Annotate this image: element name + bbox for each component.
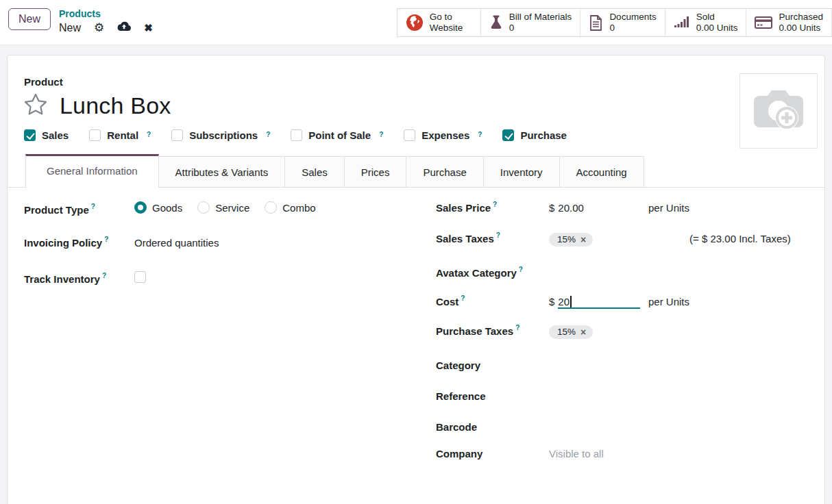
field-label: Sales Taxes? (436, 232, 549, 244)
product-type-row: Product Type? Goods Service Combo (24, 201, 436, 218)
field-label: Reference (436, 390, 549, 402)
discard-icon[interactable]: ✖ (144, 23, 153, 33)
help-icon[interactable]: ? (91, 203, 95, 210)
credit-card-icon (755, 16, 772, 29)
currency-symbol: $ (549, 296, 554, 307)
remove-tag-icon[interactable]: × (580, 327, 586, 337)
track-inventory-checkbox[interactable] (134, 271, 146, 283)
stat-label: Go to Website (430, 12, 472, 34)
toggle-subscriptions[interactable]: Subscriptions? (171, 129, 270, 141)
category-input[interactable] (549, 355, 686, 369)
breadcrumb-current: New (59, 21, 81, 35)
text-cursor (570, 296, 572, 307)
tab-prices[interactable]: Prices (345, 156, 407, 188)
expenses-checkbox[interactable] (404, 129, 415, 141)
help-icon[interactable]: ? (379, 131, 383, 138)
help-icon[interactable]: ? (461, 294, 465, 302)
company-input[interactable]: Visible to all (549, 448, 604, 459)
help-icon[interactable]: ? (519, 266, 523, 273)
reference-input[interactable] (549, 386, 686, 400)
stat-label: Sold (696, 12, 738, 23)
help-icon[interactable]: ? (515, 324, 519, 331)
bill-of-materials-button[interactable]: Bill of Materials 0 (481, 9, 581, 36)
help-icon[interactable]: ? (104, 236, 108, 243)
toggle-purchase[interactable]: Purchase (502, 129, 567, 141)
toggle-label: Expenses (421, 129, 469, 141)
sales-price-value[interactable]: 20.00 (558, 202, 584, 214)
toggle-label: Point of Sale (308, 129, 371, 141)
stat-label: Bill of Materials (509, 12, 572, 23)
rental-checkbox[interactable] (89, 129, 101, 141)
radio-service[interactable]: Service (197, 201, 249, 214)
field-label: Cost? (436, 295, 549, 307)
purchase-checkbox[interactable] (502, 129, 514, 141)
notebook-tabs: General Information Attributes & Variant… (25, 156, 824, 188)
stat-button-group: Go to Website Bill of Materials 0 Docume… (397, 8, 832, 37)
stat-label: Documents (609, 12, 656, 23)
field-label: Invoicing Policy? (24, 236, 134, 249)
product-section-label: Product (24, 76, 824, 88)
cost-input[interactable]: 20 (558, 294, 640, 309)
breadcrumb-products-link[interactable]: Products (59, 8, 153, 21)
radio-button[interactable] (134, 201, 147, 214)
flask-icon (489, 14, 503, 31)
product-image-upload[interactable] (739, 73, 818, 149)
radio-button[interactable] (197, 201, 210, 214)
favorite-star-icon[interactable] (23, 92, 49, 120)
point-of-sale-checkbox[interactable] (291, 129, 302, 141)
tag-label: 15% (557, 234, 576, 244)
toggle-sales[interactable]: Sales (24, 129, 69, 141)
avatax-category-input[interactable] (549, 263, 686, 277)
help-icon[interactable]: ? (478, 131, 482, 138)
currency-symbol: $ (549, 202, 554, 214)
help-icon[interactable]: ? (147, 131, 151, 138)
radio-combo[interactable]: Combo (265, 201, 315, 214)
radio-goods[interactable]: Goods (134, 201, 182, 214)
cost-row: Cost? $ 20 per Units (436, 294, 808, 310)
help-icon[interactable]: ? (102, 272, 106, 279)
sales-price-input[interactable]: $ 20.00 (549, 202, 648, 214)
tab-purchase[interactable]: Purchase (406, 156, 483, 188)
sales-price-unit: per Units (648, 202, 689, 214)
field-label: Product Type? (24, 203, 134, 216)
tab-sales[interactable]: Sales (285, 156, 345, 188)
product-title-input[interactable]: Lunch Box (60, 92, 171, 119)
sales-checkbox[interactable] (24, 129, 36, 141)
sold-button[interactable]: Sold 0.00 Units (665, 9, 747, 36)
gear-icon[interactable]: ⚙ (94, 22, 104, 34)
help-icon[interactable]: ? (496, 231, 500, 239)
barcode-input[interactable] (549, 417, 686, 431)
tab-general-information[interactable]: General Information (25, 154, 159, 188)
tab-inventory[interactable]: Inventory (484, 156, 560, 188)
subscriptions-checkbox[interactable] (171, 129, 183, 141)
documents-button[interactable]: Documents 0 (580, 9, 665, 36)
cost-value[interactable]: 20 (558, 296, 570, 307)
globe-icon (406, 14, 424, 32)
form-right-column: Sales Price? $ 20.00 per Units Sales Tax… (436, 201, 808, 479)
module-toggle-row: Sales Rental? Subscriptions? Point of Sa… (24, 129, 824, 141)
sales-price-row: Sales Price? $ 20.00 per Units (436, 201, 808, 218)
toggle-rental[interactable]: Rental? (89, 129, 151, 141)
purchased-button[interactable]: Purchased 0.00 Units (746, 9, 832, 36)
go-to-website-button[interactable]: Go to Website (397, 9, 481, 36)
field-label: Sales Price? (436, 201, 549, 214)
category-row: Category (436, 355, 808, 372)
help-icon[interactable]: ? (493, 201, 497, 208)
stat-value: 0 (609, 23, 656, 34)
sales-taxes-row: Sales Taxes? 15% × (= $ 23.00 Incl. Taxe… (436, 232, 808, 249)
toggle-point-of-sale[interactable]: Point of Sale? (291, 129, 383, 141)
tab-accounting[interactable]: Accounting (560, 156, 644, 188)
toggle-expenses[interactable]: Expenses? (404, 129, 482, 141)
barcode-row: Barcode (436, 417, 808, 433)
new-button[interactable]: New (8, 8, 51, 30)
cloud-save-icon[interactable] (117, 21, 132, 36)
form-sheet: Product Lunch Box Sales Rental? Subscrip… (7, 55, 825, 504)
radio-button[interactable] (265, 201, 277, 214)
invoicing-policy-select[interactable]: Ordered quantities (134, 237, 436, 249)
stat-label: Purchased (779, 12, 823, 23)
document-icon (589, 14, 603, 32)
remove-tag-icon[interactable]: × (580, 235, 586, 244)
tab-attributes-variants[interactable]: Attributes & Variants (159, 156, 286, 188)
help-icon[interactable]: ? (266, 131, 270, 138)
radio-label: Combo (282, 202, 315, 214)
